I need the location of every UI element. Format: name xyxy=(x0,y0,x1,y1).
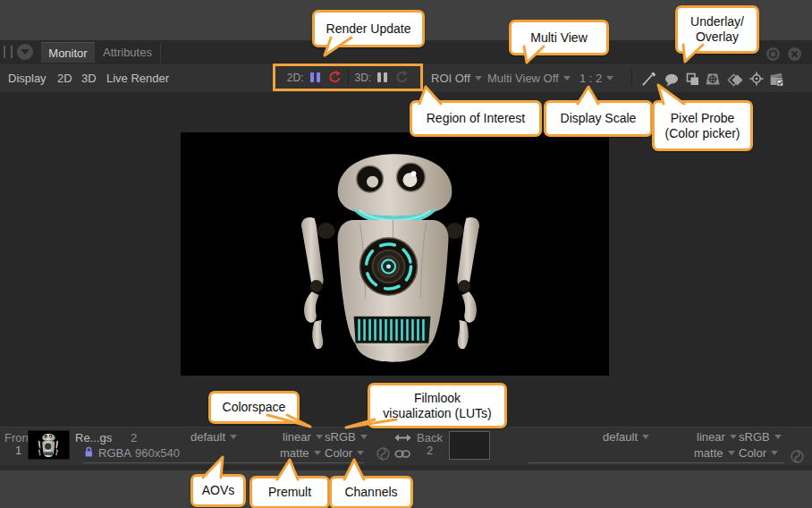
divider xyxy=(83,462,364,463)
lut-dropdown-back-label: sRGB xyxy=(739,430,770,444)
pass-name: Re...gs xyxy=(75,431,112,444)
swap-front-back-button[interactable] xyxy=(393,432,412,444)
lock-glyph-icon xyxy=(84,446,94,458)
callout-filmlook: Filmlook visualization (LUTs) xyxy=(368,383,507,428)
lock-icon[interactable] xyxy=(84,446,94,458)
flipbook-dropdown[interactable] xyxy=(789,73,799,84)
panel-menu-button[interactable] xyxy=(17,44,33,60)
premult-dropdown-back[interactable]: matte xyxy=(694,446,735,460)
callout-underlay-overlay: Underlay/ Overlay xyxy=(675,5,759,54)
menu-3d[interactable]: 3D xyxy=(81,72,97,85)
diamonds-icon xyxy=(727,73,744,87)
robot-thumbnail xyxy=(29,431,69,459)
colorspace-dropdown-back-label: linear xyxy=(697,430,725,444)
roi-dropdown-label: ROI Off xyxy=(431,72,470,85)
front-buffer-number: 1 xyxy=(15,444,21,457)
pass-count: 2 xyxy=(131,431,137,444)
front-thumbnail[interactable] xyxy=(28,430,70,460)
callout-premult: Premult xyxy=(250,476,330,508)
display-scale-dropdown-label: 1 : 2 xyxy=(579,72,602,85)
colorspace-dropdown-front-label: linear xyxy=(283,430,311,444)
callout-render-update: Render Update xyxy=(312,10,425,47)
back-buffer-label: Back xyxy=(417,431,443,444)
premult-dropdown-back-label: matte xyxy=(694,446,723,460)
panel-drag-grip[interactable] xyxy=(4,46,13,58)
lut-dropdown-front[interactable]: sRGB xyxy=(325,430,368,444)
resolution-indicator: 960x540 xyxy=(135,446,180,460)
tab-monitor-label: Monitor xyxy=(48,47,87,60)
chevron-down-icon xyxy=(475,76,482,80)
premult-dropdown-front[interactable]: matte xyxy=(280,446,321,460)
aov-dropdown-front[interactable]: default xyxy=(190,430,237,444)
multi-view-dropdown[interactable]: Multi View Off xyxy=(487,72,571,85)
render-swirl-button-right[interactable] xyxy=(791,450,804,463)
render-update-3d-label: 3D: xyxy=(355,72,372,84)
roi-dropdown[interactable]: ROI Off xyxy=(431,72,482,85)
render-update-2d-label: 2D: xyxy=(287,72,304,84)
keystone-crosshair-icon xyxy=(705,72,721,87)
chevron-down-icon xyxy=(230,435,237,439)
maximize-icon xyxy=(769,50,777,58)
channels-indicator: RGBA xyxy=(98,446,131,460)
aov-dropdown-back-label: default xyxy=(603,430,638,444)
back-thumbnail[interactable] xyxy=(449,431,490,460)
chevron-down-icon xyxy=(642,435,649,439)
colorspace-dropdown-back[interactable]: linear xyxy=(697,430,737,444)
callout-pixel-probe: Pixel Probe (Color picker) xyxy=(652,100,753,151)
premult-dropdown-front-label: matte xyxy=(280,446,309,460)
refresh-2d-button[interactable] xyxy=(326,70,342,85)
pixel-probe-button[interactable] xyxy=(640,70,658,88)
maximize-button[interactable] xyxy=(766,47,780,61)
lut-dropdown-back[interactable]: sRGB xyxy=(739,430,782,444)
menu-live-render[interactable]: Live Render xyxy=(106,72,169,85)
display-scale-dropdown[interactable]: 1 : 2 xyxy=(579,72,613,85)
channels-dropdown-back-label: Color xyxy=(739,446,766,460)
rendered-image[interactable] xyxy=(181,132,609,376)
chevron-down-icon xyxy=(606,76,613,80)
menu-display[interactable]: Display xyxy=(8,72,47,85)
divider xyxy=(528,462,784,463)
render-update-group: 2D: 3D: xyxy=(273,64,423,91)
divider xyxy=(348,70,349,86)
menu-2d[interactable]: 2D xyxy=(57,72,72,85)
tab-attributes-label: Attributes xyxy=(103,46,152,59)
center-view-button[interactable] xyxy=(748,70,765,88)
colorspace-dropdown-front[interactable]: linear xyxy=(283,430,323,444)
callout-channels: Channels xyxy=(329,476,413,508)
close-icon xyxy=(791,50,799,58)
lut-dropdown-front-label: sRGB xyxy=(325,430,356,444)
pause-2d-button[interactable] xyxy=(310,72,320,82)
chevron-down-icon xyxy=(771,451,778,455)
chevron-down-icon xyxy=(21,49,30,55)
pause-3d-button[interactable] xyxy=(377,72,387,82)
swirl-icon xyxy=(376,447,390,461)
callout-region-of-interest: Region of Interest xyxy=(410,100,542,137)
chevron-down-icon xyxy=(316,435,323,439)
tab-monitor[interactable]: Monitor xyxy=(41,42,95,63)
layers-icon xyxy=(685,72,700,87)
channels-dropdown-front-label: Color xyxy=(325,446,352,460)
comment-button[interactable] xyxy=(663,71,681,89)
swap-arrows-icon xyxy=(393,432,412,444)
chevron-down-icon xyxy=(563,76,571,80)
callout-multi-view: Multi View xyxy=(509,20,609,55)
channels-dropdown-back[interactable]: Color xyxy=(739,446,778,460)
link-buffers-button[interactable] xyxy=(394,449,411,459)
chevron-down-icon xyxy=(314,451,321,455)
divider xyxy=(631,70,632,86)
channels-dropdown-front[interactable]: Color xyxy=(325,446,364,460)
robot-render xyxy=(181,132,609,376)
transform-button[interactable] xyxy=(704,70,722,88)
chevron-down-icon xyxy=(728,451,735,455)
close-button[interactable] xyxy=(788,47,801,61)
aov-dropdown-back[interactable]: default xyxy=(603,430,649,444)
compare-button[interactable] xyxy=(726,71,744,89)
flipbook-button[interactable] xyxy=(767,69,785,87)
underlay-overlay-button[interactable] xyxy=(683,70,701,88)
tab-attributes[interactable]: Attributes xyxy=(95,42,161,63)
refresh-3d-button[interactable] xyxy=(393,70,409,85)
eyedropper-icon xyxy=(641,71,657,87)
callout-aovs: AOVs xyxy=(190,474,246,507)
render-swirl-button[interactable] xyxy=(376,447,390,461)
swirl-icon xyxy=(791,450,804,463)
